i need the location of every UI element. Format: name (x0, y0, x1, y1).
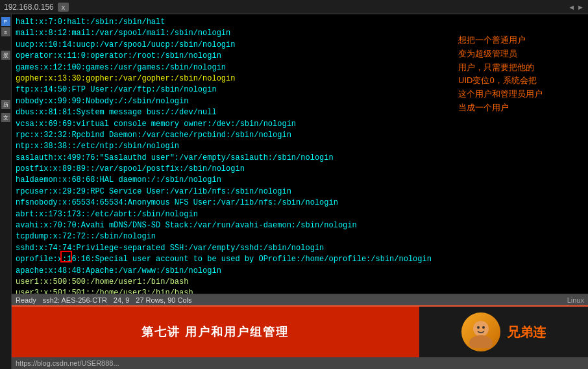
status-position: 24, 9 (114, 296, 129, 304)
sidebar-icon-1[interactable]: P (1, 17, 10, 26)
terminal-line: nobody:x:99:99:Nobody:/:/sbin/nologin (16, 96, 584, 107)
terminal-line: ftp:x:14:50:FTP User:/var/ftp:/sbin/nolo… (16, 84, 584, 95)
terminal-line: mail:x:8:12:mail:/var/spool/mail:/sbin/n… (16, 28, 584, 39)
terminal-line: tcpdump:x:72:72::/sbin/nologin (16, 231, 584, 242)
terminal-content[interactable]: halt:x:7:0:halt:/sbin:/sbin/haltmail:x:8… (12, 14, 588, 294)
bottom-right: 兄弟连 (419, 307, 588, 357)
terminal-line: avahi:x:70:70:Avahi mDNS/DNS-SD Stack:/v… (16, 220, 584, 231)
svg-point-1 (469, 335, 493, 348)
sidebar-icon-3[interactable]: 景 (1, 51, 10, 60)
terminal-container: halt:x:7:0:halt:/sbin:/sbin/haltmail:x:8… (12, 14, 588, 369)
brand-text: 兄弟连 (507, 324, 546, 341)
svg-point-3 (482, 326, 485, 329)
main-layout: P s 景 历 文 halt:x:7:0:halt:/sbin:/sbin/ha… (0, 14, 588, 369)
sidebar-icon-4[interactable]: 历 (1, 100, 10, 109)
terminal-line: rpc:x:32:32:Rpcbind Daemon:/var/cache/rp… (16, 130, 584, 141)
status-size: 27 Rows, 90 Cols (136, 296, 191, 304)
terminal-line: abrt:x:173:173::/etc/abrt:/sbin/nologin (16, 209, 584, 220)
terminal-line: vcsa:x:69:69:virtual console memory owne… (16, 119, 584, 130)
bottom-area: 第七讲 用户和用户组管理 兄弟连 (12, 305, 588, 357)
face-area: 兄弟连 (461, 312, 546, 351)
status-bar: Ready ssh2: AES-256-CTR 24, 9 27 Rows, 9… (12, 294, 588, 305)
svg-point-0 (473, 321, 489, 337)
terminal-line: ntp:x:38:38::/etc/ntp:/sbin/nologin (16, 141, 584, 152)
url-bar: https://blog.csdn.net/USER888... (12, 357, 588, 369)
terminal-line: sshd:x:74:74:Privilege-separated SSH:/va… (16, 243, 584, 254)
red-box-indicator (60, 251, 72, 262)
sidebar-icon-5[interactable]: 文 (1, 113, 10, 122)
title-bar: 192.168.0.156 x ◄ ► (0, 0, 588, 14)
terminal-line: halt:x:7:0:halt:/sbin:/sbin/halt (16, 17, 584, 28)
title-bar-controls: ◄ ► (568, 3, 584, 11)
title-bar-ip: 192.168.0.156 (4, 3, 54, 12)
url-text: https://blog.csdn.net/USER888... (16, 359, 119, 367)
terminal-line: haldaemon:x:68:68:HAL daemon:/:/sbin/nol… (16, 175, 584, 186)
terminal-line: operator:x:11:0:operator:/root:/sbin/nol… (16, 51, 584, 62)
terminal-line: user3:x:501:501::/home/user3:/bin/bash (16, 288, 584, 294)
terminal-line: nfsnobody:x:65534:65534:Anonymous NFS Us… (16, 197, 584, 209)
terminal-line: dbus:x:81:81:System message bus:/:/dev/n… (16, 107, 584, 118)
terminal-line: apache:x:48:48:Apache:/var/www:/sbin/nol… (16, 266, 584, 277)
status-ready: Ready (16, 296, 36, 304)
svg-point-2 (477, 326, 480, 329)
terminal-line: rpcuser:x:29:29:RPC Service User:/var/li… (16, 186, 584, 197)
terminal-line: saslauth:x:499:76:"Saslauthd user":/var/… (16, 153, 584, 164)
bottom-title: 第七讲 用户和用户组管理 (12, 307, 419, 357)
avatar (461, 312, 500, 351)
terminal-line: games:x:12:100:games:/usr/games:/sbin/no… (16, 62, 584, 73)
status-ssh: ssh2: AES-256-CTR (43, 296, 107, 304)
left-sidebar: P s 景 历 文 (0, 14, 12, 369)
terminal-line: uucp:x:10:14:uucp:/var/spool/uucp:/sbin/… (16, 40, 584, 51)
terminal-line: gopher:x:13:30:gopher:/var/gopher:/sbin/… (16, 73, 584, 84)
terminal-line: user1:x:500:500:/home/user1:/bin/bash (16, 277, 584, 288)
terminal-line: oprofile:x:16:16:Special user account to… (16, 254, 584, 265)
sidebar-icon-2[interactable]: s (1, 27, 10, 36)
status-os: Linux (567, 296, 584, 304)
close-button[interactable]: x (58, 3, 69, 12)
terminal-line: postfix:x:89:89::/var/spool/postfix:/sbi… (16, 164, 584, 175)
